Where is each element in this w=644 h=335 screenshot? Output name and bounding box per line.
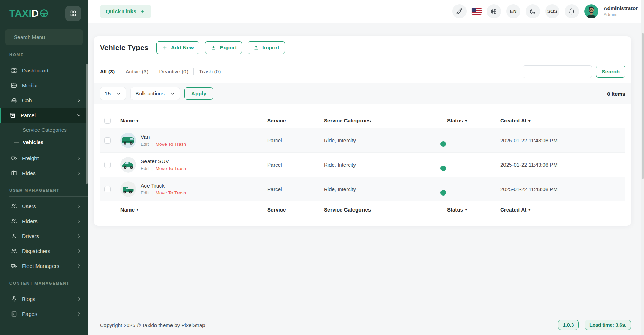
plus-icon bbox=[162, 45, 168, 51]
import-button[interactable]: Import bbox=[248, 41, 285, 54]
move-to-trash-link[interactable]: Move To Trash bbox=[156, 190, 186, 196]
header-service-categories: Service Categories bbox=[324, 118, 447, 123]
folder-icon bbox=[11, 82, 17, 89]
edit-link[interactable]: Edit bbox=[141, 142, 149, 147]
sidebar-scrollbar-thumb[interactable] bbox=[86, 64, 88, 184]
tab-deactive[interactable]: Deactive (0) bbox=[154, 68, 194, 75]
header-name[interactable]: Name▾ bbox=[116, 118, 267, 123]
page-scrollbar[interactable] bbox=[641, 0, 644, 335]
search-input[interactable] bbox=[529, 69, 598, 74]
tab-active[interactable]: Active (3) bbox=[120, 68, 153, 75]
sidebar-subitem-vehicles[interactable]: Vehicles bbox=[0, 136, 88, 148]
move-to-trash-link[interactable]: Move To Trash bbox=[156, 166, 186, 171]
add-new-button[interactable]: Add New bbox=[156, 41, 199, 54]
page-scrollbar-thumb[interactable] bbox=[642, 33, 644, 179]
cell-service: Parcel bbox=[267, 186, 324, 192]
us-flag-icon[interactable] bbox=[472, 8, 482, 15]
page-footer: Copyright 2025 © Taxido theme by PixelSt… bbox=[100, 317, 631, 333]
brush-icon bbox=[456, 8, 463, 15]
apply-button[interactable]: Apply bbox=[184, 87, 213, 100]
logo-text-primary: TAXI bbox=[9, 8, 32, 19]
moon-icon bbox=[529, 8, 536, 15]
table-search[interactable] bbox=[523, 65, 592, 78]
sidebar-search[interactable] bbox=[5, 29, 83, 45]
sidebar-item-drivers[interactable]: Drivers bbox=[0, 229, 88, 244]
sidebar-item-pages[interactable]: Pages bbox=[0, 306, 88, 321]
user-menu[interactable]: Administrator Admin bbox=[604, 5, 640, 17]
table-row: Seater SUV Edit | Move To Trash Parcel R… bbox=[100, 153, 625, 177]
sidebar-item-dashboard[interactable]: Dashboard bbox=[0, 63, 88, 78]
chevron-down-icon bbox=[76, 113, 81, 118]
chevron-right-icon bbox=[76, 98, 81, 103]
sidebar-search-input[interactable] bbox=[14, 34, 83, 40]
move-to-trash-link[interactable]: Move To Trash bbox=[156, 142, 186, 147]
sidebar-item-fleet-managers[interactable]: Fleet Managers bbox=[0, 258, 88, 273]
export-button[interactable]: Export bbox=[205, 41, 242, 54]
header-created-at[interactable]: Created At▾ bbox=[500, 118, 625, 123]
edit-link[interactable]: Edit bbox=[141, 190, 149, 196]
truck-icon bbox=[11, 263, 17, 269]
chevron-right-icon bbox=[76, 233, 81, 239]
sidebar-item-users[interactable]: Users bbox=[0, 199, 88, 214]
notifications-button[interactable] bbox=[565, 4, 579, 18]
brand-logo[interactable]: TAXID bbox=[9, 8, 49, 19]
toggle-knob bbox=[440, 141, 446, 147]
chevron-right-icon bbox=[76, 296, 81, 302]
box-icon bbox=[9, 112, 16, 119]
cell-service-categories: Ride, Intercity bbox=[324, 162, 447, 168]
topbar: Quick Links EN SOS Administrator Admin bbox=[88, 0, 644, 23]
row-checkbox[interactable] bbox=[104, 162, 111, 168]
tab-all[interactable]: All (3) bbox=[100, 68, 120, 75]
footer-name[interactable]: Name▾ bbox=[116, 207, 267, 213]
vehicle-name: Ace Truck bbox=[141, 183, 186, 189]
vehicle-types-card: Vehicle Types Add New Export Import All … bbox=[94, 36, 631, 226]
row-checkbox[interactable] bbox=[104, 186, 111, 192]
upload-icon bbox=[253, 45, 259, 51]
sidebar-item-blogs[interactable]: Blogs bbox=[0, 292, 88, 306]
select-all-checkbox[interactable] bbox=[104, 118, 111, 124]
quick-links-button[interactable]: Quick Links bbox=[100, 5, 151, 18]
steering-wheel-icon bbox=[39, 9, 49, 18]
sidebar-item-cab[interactable]: Cab bbox=[0, 93, 88, 108]
search-button[interactable]: Search bbox=[596, 66, 625, 78]
sos-button[interactable]: SOS bbox=[545, 4, 559, 18]
user-role: Admin bbox=[604, 12, 638, 18]
toggle-knob bbox=[440, 190, 446, 196]
sidebar-item-riders[interactable]: Riders bbox=[0, 214, 88, 229]
sidebar-item-media[interactable]: Media bbox=[0, 78, 88, 93]
cell-service: Parcel bbox=[267, 137, 324, 143]
footer-service-categories: Service Categories bbox=[324, 207, 447, 213]
sidebar-toggle-button[interactable] bbox=[65, 6, 81, 21]
footer-created-at[interactable]: Created At▾ bbox=[500, 207, 625, 213]
tab-trash[interactable]: Trash (0) bbox=[193, 68, 226, 75]
version-badge: 1.0.3 bbox=[558, 320, 579, 330]
avatar[interactable] bbox=[584, 4, 598, 18]
sidebar-subitem-service-categories[interactable]: Service Categories bbox=[0, 124, 88, 136]
row-checkbox[interactable] bbox=[104, 137, 111, 144]
vehicle-thumb-suv bbox=[120, 157, 136, 173]
sort-caret-icon: ▾ bbox=[137, 208, 138, 212]
grid-icon bbox=[70, 10, 77, 17]
map-icon bbox=[11, 170, 17, 176]
user-icon bbox=[11, 233, 17, 239]
language-button[interactable]: EN bbox=[506, 4, 520, 18]
bulk-actions-bar: 15 Bulk actions Apply 0 Items bbox=[94, 83, 631, 104]
sidebar-item-dispatchers[interactable]: Dispatchers bbox=[0, 244, 88, 258]
users-icon bbox=[11, 218, 17, 224]
chevron-right-icon bbox=[76, 263, 81, 269]
sidebar-item-parcel[interactable]: Parcel bbox=[0, 108, 88, 123]
sidebar-item-freight[interactable]: Freight bbox=[0, 151, 88, 166]
customizer-button[interactable] bbox=[452, 4, 467, 18]
bulk-actions-select[interactable]: Bulk actions bbox=[130, 87, 180, 100]
sidebar-item-rides[interactable]: Rides bbox=[0, 166, 88, 181]
edit-link[interactable]: Edit bbox=[141, 166, 149, 171]
footer-service: Service bbox=[267, 207, 324, 213]
table-row: Van Edit | Move To Trash Parcel Ride, In… bbox=[100, 128, 625, 153]
header-status[interactable]: Status▾ bbox=[447, 118, 500, 123]
cell-created-at: 2025-01-22 11:43:08 PM bbox=[500, 137, 625, 143]
per-page-select[interactable]: 15 bbox=[100, 87, 126, 100]
chevron-right-icon bbox=[76, 155, 81, 161]
dark-mode-button[interactable] bbox=[526, 4, 540, 18]
footer-status[interactable]: Status▾ bbox=[447, 207, 500, 213]
translate-button[interactable] bbox=[487, 4, 501, 18]
